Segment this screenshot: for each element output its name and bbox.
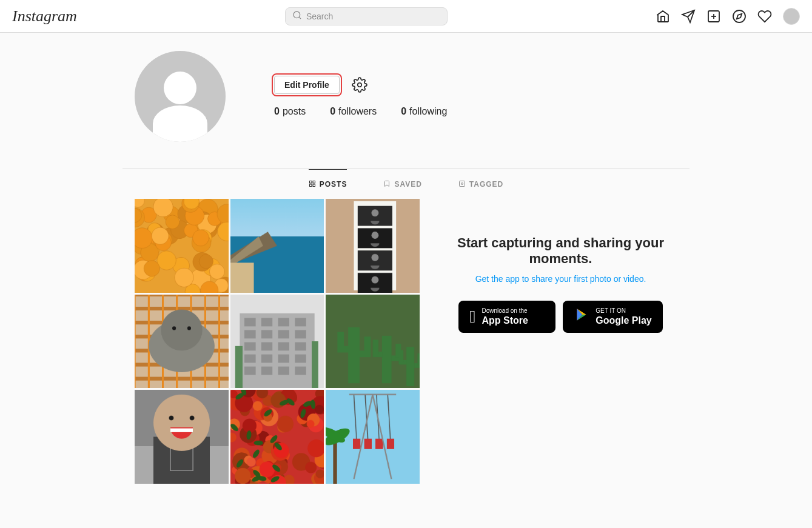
- grid-cell-1[interactable]: [135, 199, 229, 293]
- photo-grid-section: [135, 199, 420, 484]
- svg-rect-12: [309, 184, 312, 187]
- grid-cell-4[interactable]: [135, 295, 229, 389]
- avatar-body: [153, 105, 207, 142]
- app-store-button[interactable]:  Download on the App Store: [458, 301, 555, 333]
- tab-saved-label: SAVED: [394, 180, 421, 189]
- grid-cell-6[interactable]: [326, 295, 420, 389]
- tag-icon: [458, 179, 466, 189]
- tab-posts-label: POSTS: [320, 180, 347, 189]
- svg-rect-11: [313, 181, 315, 184]
- search-container: [285, 7, 448, 25]
- svg-marker-8: [737, 13, 742, 18]
- new-post-icon[interactable]: [706, 9, 721, 24]
- tab-saved[interactable]: SAVED: [383, 169, 421, 199]
- svg-line-1: [299, 17, 301, 19]
- profile-info: Edit Profile 0 posts 0 followers: [274, 76, 677, 117]
- app-store-text: Download on the App Store: [482, 307, 528, 326]
- google-play-button[interactable]: GET IT ON Google Play: [563, 301, 662, 333]
- profile-avatar: [135, 51, 226, 142]
- followers-count: 0: [330, 106, 335, 117]
- header: Instagram: [0, 0, 812, 33]
- content-area: Start capturing and sharing your moments…: [122, 199, 690, 484]
- svg-rect-10: [309, 181, 312, 184]
- profile-header: Edit Profile 0 posts 0 followers: [135, 51, 677, 142]
- profile-tabs: POSTS SAVED TAGGED: [135, 169, 677, 199]
- instagram-logo[interactable]: Instagram: [12, 7, 77, 25]
- svg-point-0: [294, 12, 300, 18]
- following-stat[interactable]: 0 following: [401, 106, 447, 117]
- stats-row: 0 posts 0 followers 0 following: [274, 106, 677, 117]
- google-play-name: Google Play: [596, 315, 651, 326]
- followers-label: followers: [338, 106, 377, 117]
- profile-avatar-wrap: [135, 51, 226, 142]
- tab-posts[interactable]: POSTS: [309, 169, 347, 199]
- explore-icon[interactable]: [732, 9, 747, 24]
- settings-icon[interactable]: [352, 77, 367, 93]
- grid-icon: [309, 179, 316, 189]
- photo-grid: [135, 199, 420, 484]
- google-play-text: GET IT ON Google Play: [596, 307, 651, 326]
- cta-title: Start capturing and sharing your moments…: [444, 235, 677, 267]
- grid-cell-9[interactable]: [326, 390, 420, 484]
- app-store-name: App Store: [482, 315, 528, 326]
- avatar-head: [164, 72, 196, 104]
- svg-point-9: [358, 83, 362, 87]
- search-icon: [292, 10, 302, 22]
- posts-stat[interactable]: 0 posts: [274, 106, 306, 117]
- grid-cell-3[interactable]: [326, 199, 420, 293]
- grid-cell-2[interactable]: [230, 199, 324, 293]
- cta-subtitle: Get the app to share your first photo or…: [475, 274, 646, 284]
- home-icon[interactable]: [656, 9, 670, 24]
- grid-cell-7[interactable]: [135, 390, 229, 484]
- following-label: following: [409, 106, 447, 117]
- tab-tagged[interactable]: TAGGED: [458, 169, 503, 199]
- profile-top-row: Edit Profile: [274, 76, 677, 94]
- grid-cell-8[interactable]: [230, 390, 324, 484]
- search-input[interactable]: [285, 7, 448, 25]
- profile-container: Edit Profile 0 posts 0 followers: [122, 33, 690, 199]
- app-buttons:  Download on the App Store: [458, 301, 662, 333]
- right-panel: Start capturing and sharing your moments…: [444, 199, 677, 484]
- followers-stat[interactable]: 0 followers: [330, 106, 377, 117]
- svg-point-15: [461, 183, 463, 185]
- google-play-sub: GET IT ON: [596, 307, 651, 315]
- posts-label: posts: [283, 106, 306, 117]
- header-nav: [656, 8, 800, 25]
- posts-count: 0: [274, 106, 280, 117]
- google-play-icon: [574, 307, 589, 327]
- svg-point-7: [733, 10, 745, 22]
- user-avatar[interactable]: [783, 8, 800, 25]
- svg-rect-14: [459, 181, 465, 187]
- following-count: 0: [401, 106, 406, 117]
- edit-profile-button[interactable]: Edit Profile: [274, 76, 340, 94]
- grid-cell-5[interactable]: [230, 295, 324, 389]
- activity-icon[interactable]: [757, 9, 772, 24]
- svg-rect-13: [313, 184, 315, 187]
- direct-icon[interactable]: [681, 9, 696, 24]
- bookmark-icon: [383, 179, 391, 189]
- app-store-sub: Download on the: [482, 307, 528, 315]
- apple-icon: : [469, 309, 475, 326]
- tab-tagged-label: TAGGED: [469, 180, 503, 189]
